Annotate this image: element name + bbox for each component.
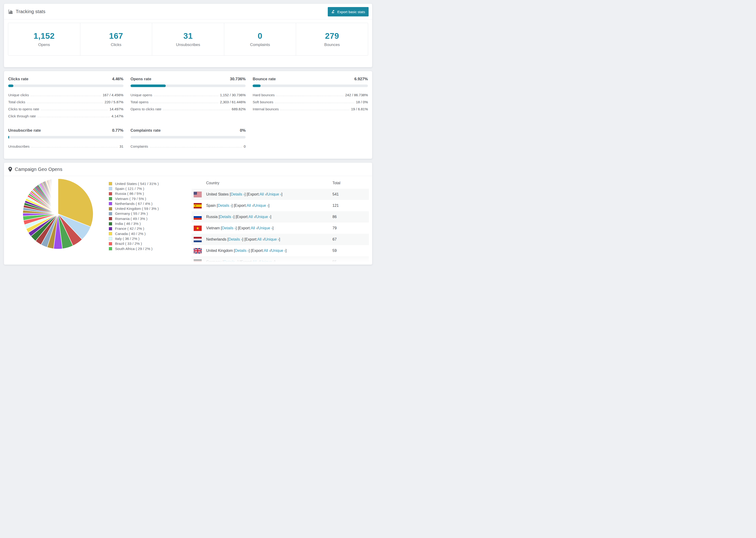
country-cell: Russia [Details ›] [Export: All › / Uniq… [191,214,333,220]
export-unique-link[interactable]: Unique › [254,203,268,208]
total-cell: 121 [333,203,369,208]
export-all-link[interactable]: All › [247,203,253,208]
country-cell: United States [Details ›] [Export: All ›… [191,192,333,197]
legend-item[interactable]: Romania ( 49 / 3% ) [109,216,159,221]
rate-detail-label: Click through rate [8,114,36,118]
details-link[interactable]: Details › [220,215,234,219]
export-all-link[interactable]: All › [264,248,270,253]
rate-detail-value: 242 / 86.738% [345,93,368,97]
legend-item[interactable]: Brazil ( 33 / 2% ) [109,241,159,246]
legend-item[interactable]: United States ( 541 / 31% ) [109,181,159,186]
details-link[interactable]: Details › [218,203,232,208]
rate-detail-row: Internal bounces19 / 6.81% [253,107,368,111]
flag-ru-icon [194,214,202,220]
legend-item[interactable]: Italy ( 36 / 2% ) [109,236,159,241]
campaign-geo-opens-header: Campaign Geo Opens [4,163,372,176]
export-unique-link[interactable]: Unique › [271,248,285,253]
dotted-leader [31,147,118,147]
total-cell: 79 [333,226,369,230]
bar-chart-icon [8,9,13,14]
campaign-geo-opens-title: Campaign Geo Opens [8,167,63,172]
export-unique-link[interactable]: Unique › [267,192,281,196]
rate-title: Bounce rate [253,77,276,81]
legend-item[interactable]: United Kingdom ( 59 / 3% ) [109,206,159,211]
rate-detail-row: Click through rate4.147% [8,114,124,118]
total-cell: 86 [333,215,369,219]
dotted-leader [37,117,110,117]
rate-value: 30.736% [230,77,245,81]
rate-block-unsubscribe-rate: Unsubscribe rate0.77%Unsubscribes31 [8,128,124,151]
details-link[interactable]: Details › [229,237,242,242]
flag-gb-icon [194,248,202,253]
legend-item[interactable]: France ( 42 / 2% ) [109,226,159,231]
details-link[interactable]: Details › [235,248,249,253]
legend-item[interactable]: Netherlands ( 67 / 4% ) [109,201,159,206]
rate-detail-value: 4.147% [112,114,124,118]
legend-label: Russia ( 86 / 5% ) [115,191,144,196]
table-row-ru: Russia [Details ›] [Export: All › / Uniq… [191,211,369,223]
rate-detail-label: Total clicks [8,100,26,104]
export-unique-link[interactable]: Unique › [256,215,270,219]
rate-detail-value: 31 [120,144,124,148]
legend-swatch [109,227,112,231]
stat-value: 0 [258,31,262,41]
export-all-link[interactable]: All › [257,237,264,242]
legend-item[interactable]: India ( 46 / 3% ) [109,221,159,226]
country-name: Netherlands [ [206,237,229,242]
legend-item[interactable]: Russia ( 86 / 5% ) [109,191,159,196]
country-cell: Germany [Details ›] [Export: All › / Uni… [191,259,333,265]
details-link[interactable]: Details › [224,260,238,264]
rate-block-bounce-rate: Bounce rate6.927%Hard bounces242 / 86.73… [253,77,368,121]
stat-value: 1,152 [33,31,55,41]
legend-item[interactable]: South Africa ( 29 / 2% ) [109,246,159,251]
rate-detail-label: Internal bounces [253,107,279,111]
progress-track [131,136,246,138]
progress-fill [253,84,261,87]
details-link[interactable]: Details › [222,226,236,230]
table-row-es: Spain [Details ›] [Export: All › / Uniqu… [191,200,369,211]
geo-opens-pie-chart[interactable] [23,178,93,249]
table-row-nl: Netherlands [Details ›] [Export: All › /… [191,234,369,245]
export-all-link[interactable]: All › [249,215,255,219]
total-cell: 541 [333,192,369,196]
legend-swatch [109,242,112,245]
geo-pie-legend: United States ( 541 / 31% )Spain ( 121 /… [109,181,159,251]
legend-item[interactable]: Spain ( 121 / 7% ) [109,186,159,191]
progress-fill [8,84,13,87]
export-all-link[interactable]: All › [252,260,259,264]
tracking-stats-card: Tracking stats Export basic stats 1,152O… [4,4,372,67]
stats-row: 1,152Opens167Clicks31Unsubscribes0Compla… [8,23,368,56]
legend-label: United States ( 541 / 31% ) [115,182,159,186]
legend-item[interactable]: Canada ( 40 / 2% ) [109,231,159,236]
export-button-label: Export basic stats [337,10,365,14]
export-all-link[interactable]: All › [260,192,266,196]
dotted-leader [154,96,218,96]
legend-item[interactable]: Vietnam ( 79 / 5% ) [109,196,159,201]
export-basic-stats-button[interactable]: Export basic stats [328,7,369,17]
rate-detail-value: 220 / 5.87% [105,100,124,104]
export-unique-link[interactable]: Unique › [260,260,274,264]
rate-detail-row: Total opens2,303 / 61.446% [131,100,246,104]
stat-value: 31 [183,31,193,41]
country-cell: Vietnam [Details ›] [Export: All › / Uni… [191,226,333,231]
rate-detail-row: Total clicks220 / 5.87% [8,100,124,104]
progress-track [8,84,124,87]
geo-body: United States ( 541 / 31% )Spain ( 121 /… [4,176,372,265]
legend-label: Vietnam ( 79 / 5% ) [115,197,146,201]
rate-detail-value: 689.82% [232,107,245,111]
rate-detail-label: Soft bounces [253,100,273,104]
legend-item[interactable]: Germany ( 55 / 3% ) [109,211,159,216]
rate-value: 6.927% [354,77,368,81]
export-unique-link[interactable]: Unique › [258,226,272,230]
dotted-leader [150,147,242,147]
details-link[interactable]: Details › [231,192,244,196]
export-all-link[interactable]: All › [251,226,257,230]
rate-detail-label: Total opens [131,100,149,104]
rate-detail-row: Clicks to opens rate14.497% [8,107,124,111]
stat-label: Bounces [324,42,340,47]
rate-title: Opens rate [131,77,151,81]
legend-swatch [109,212,112,215]
export-unique-link[interactable]: Unique › [265,237,279,242]
rates-card: Clicks rate4.46%Unique clicks167 / 4.456… [4,71,372,159]
rates-grid: Clicks rate4.46%Unique clicks167 / 4.456… [4,71,372,157]
